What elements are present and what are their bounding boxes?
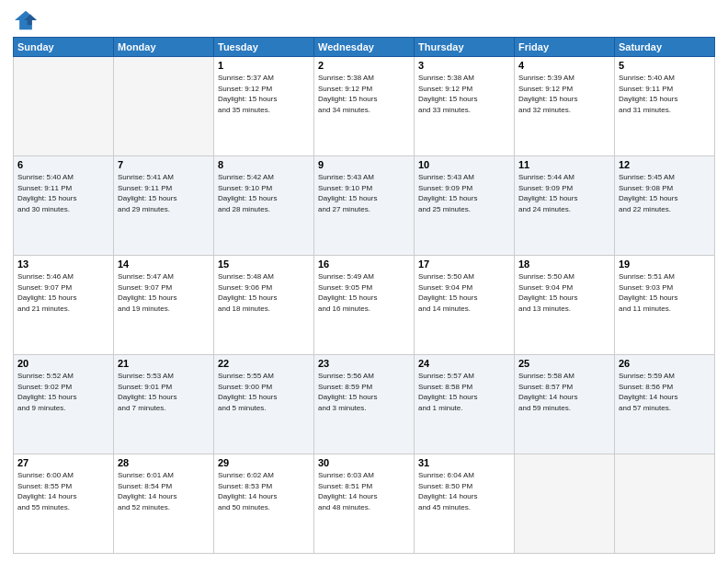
day-number: 4	[518, 60, 610, 71]
calendar-cell: 20Sunrise: 5:52 AM Sunset: 9:02 PM Dayli…	[14, 355, 114, 454]
day-number: 10	[418, 159, 510, 170]
day-number: 29	[218, 457, 310, 468]
day-info: Sunrise: 5:53 AM Sunset: 9:01 PM Dayligh…	[118, 371, 210, 413]
col-header-thursday: Thursday	[415, 38, 515, 57]
calendar-row-3: 20Sunrise: 5:52 AM Sunset: 9:02 PM Dayli…	[14, 355, 715, 454]
day-number: 31	[418, 457, 510, 468]
calendar-cell: 29Sunrise: 6:02 AM Sunset: 8:53 PM Dayli…	[214, 454, 314, 554]
calendar-cell: 8Sunrise: 5:42 AM Sunset: 9:10 PM Daylig…	[214, 156, 314, 256]
calendar-row-2: 13Sunrise: 5:46 AM Sunset: 9:07 PM Dayli…	[14, 256, 715, 355]
header	[13, 9, 715, 31]
day-info: Sunrise: 5:57 AM Sunset: 8:58 PM Dayligh…	[418, 371, 510, 413]
col-header-monday: Monday	[114, 38, 214, 57]
calendar-cell	[14, 57, 114, 156]
col-header-sunday: Sunday	[14, 38, 114, 57]
logo	[13, 9, 42, 31]
day-info: Sunrise: 5:51 AM Sunset: 9:03 PM Dayligh…	[619, 271, 711, 314]
day-info: Sunrise: 5:40 AM Sunset: 9:11 PM Dayligh…	[619, 73, 711, 115]
calendar-cell: 6Sunrise: 5:40 AM Sunset: 9:11 PM Daylig…	[14, 156, 114, 256]
calendar-cell: 10Sunrise: 5:43 AM Sunset: 9:09 PM Dayli…	[415, 156, 515, 256]
day-number: 14	[118, 259, 210, 270]
day-number: 3	[418, 60, 510, 71]
day-number: 28	[118, 457, 210, 468]
calendar-row-4: 27Sunrise: 6:00 AM Sunset: 8:55 PM Dayli…	[14, 454, 715, 554]
day-number: 20	[17, 358, 109, 369]
day-info: Sunrise: 6:04 AM Sunset: 8:50 PM Dayligh…	[418, 470, 510, 512]
calendar-cell: 21Sunrise: 5:53 AM Sunset: 9:01 PM Dayli…	[114, 355, 214, 454]
calendar-cell: 14Sunrise: 5:47 AM Sunset: 9:07 PM Dayli…	[114, 256, 214, 355]
col-header-tuesday: Tuesday	[214, 38, 314, 57]
page: SundayMondayTuesdayWednesdayThursdayFrid…	[0, 0, 728, 563]
day-number: 22	[218, 358, 310, 369]
day-number: 27	[17, 457, 109, 468]
calendar-cell: 15Sunrise: 5:48 AM Sunset: 9:06 PM Dayli…	[214, 256, 314, 355]
day-number: 18	[518, 259, 610, 270]
day-info: Sunrise: 5:46 AM Sunset: 9:07 PM Dayligh…	[17, 271, 109, 314]
col-header-wednesday: Wednesday	[314, 38, 415, 57]
calendar-cell: 9Sunrise: 5:43 AM Sunset: 9:10 PM Daylig…	[314, 156, 415, 256]
day-number: 8	[218, 159, 310, 170]
col-header-friday: Friday	[515, 38, 615, 57]
day-info: Sunrise: 5:40 AM Sunset: 9:11 PM Dayligh…	[17, 172, 109, 214]
day-info: Sunrise: 5:38 AM Sunset: 9:12 PM Dayligh…	[418, 73, 510, 115]
day-number: 19	[619, 259, 711, 270]
day-info: Sunrise: 5:45 AM Sunset: 9:08 PM Dayligh…	[619, 172, 711, 214]
day-number: 5	[619, 60, 711, 71]
calendar-cell	[615, 454, 715, 554]
day-number: 16	[318, 259, 410, 270]
calendar-table: SundayMondayTuesdayWednesdayThursdayFrid…	[13, 37, 715, 554]
calendar-cell: 4Sunrise: 5:39 AM Sunset: 9:12 PM Daylig…	[515, 57, 615, 156]
calendar-cell: 7Sunrise: 5:41 AM Sunset: 9:11 PM Daylig…	[114, 156, 214, 256]
calendar-cell: 18Sunrise: 5:50 AM Sunset: 9:04 PM Dayli…	[515, 256, 615, 355]
day-info: Sunrise: 6:02 AM Sunset: 8:53 PM Dayligh…	[218, 470, 310, 512]
day-info: Sunrise: 5:55 AM Sunset: 9:00 PM Dayligh…	[218, 371, 310, 413]
calendar-cell: 19Sunrise: 5:51 AM Sunset: 9:03 PM Dayli…	[615, 256, 715, 355]
calendar-cell: 25Sunrise: 5:58 AM Sunset: 8:57 PM Dayli…	[515, 355, 615, 454]
day-info: Sunrise: 5:43 AM Sunset: 9:09 PM Dayligh…	[418, 172, 510, 214]
day-info: Sunrise: 5:41 AM Sunset: 9:11 PM Dayligh…	[118, 172, 210, 214]
day-number: 13	[17, 259, 109, 270]
calendar-cell	[515, 454, 615, 554]
day-number: 6	[17, 159, 109, 170]
calendar-cell: 12Sunrise: 5:45 AM Sunset: 9:08 PM Dayli…	[615, 156, 715, 256]
day-number: 26	[619, 358, 711, 369]
day-info: Sunrise: 5:58 AM Sunset: 8:57 PM Dayligh…	[518, 371, 610, 413]
day-info: Sunrise: 6:00 AM Sunset: 8:55 PM Dayligh…	[17, 470, 109, 512]
calendar-cell: 3Sunrise: 5:38 AM Sunset: 9:12 PM Daylig…	[415, 57, 515, 156]
day-number: 7	[118, 159, 210, 170]
day-number: 2	[318, 60, 410, 71]
calendar-cell: 23Sunrise: 5:56 AM Sunset: 8:59 PM Dayli…	[314, 355, 415, 454]
day-info: Sunrise: 5:37 AM Sunset: 9:12 PM Dayligh…	[218, 73, 310, 115]
calendar-cell: 31Sunrise: 6:04 AM Sunset: 8:50 PM Dayli…	[415, 454, 515, 554]
col-header-saturday: Saturday	[615, 38, 715, 57]
day-number: 25	[518, 358, 610, 369]
day-number: 1	[218, 60, 310, 71]
day-info: Sunrise: 5:39 AM Sunset: 9:12 PM Dayligh…	[518, 73, 610, 115]
day-number: 17	[418, 259, 510, 270]
day-number: 9	[318, 159, 410, 170]
calendar-cell: 13Sunrise: 5:46 AM Sunset: 9:07 PM Dayli…	[14, 256, 114, 355]
day-number: 21	[118, 358, 210, 369]
day-number: 11	[518, 159, 610, 170]
day-info: Sunrise: 5:38 AM Sunset: 9:12 PM Dayligh…	[318, 73, 410, 115]
day-info: Sunrise: 5:59 AM Sunset: 8:56 PM Dayligh…	[619, 371, 711, 413]
calendar-cell: 5Sunrise: 5:40 AM Sunset: 9:11 PM Daylig…	[615, 57, 715, 156]
calendar-cell: 27Sunrise: 6:00 AM Sunset: 8:55 PM Dayli…	[14, 454, 114, 554]
calendar-cell: 16Sunrise: 5:49 AM Sunset: 9:05 PM Dayli…	[314, 256, 415, 355]
calendar-cell: 26Sunrise: 5:59 AM Sunset: 8:56 PM Dayli…	[615, 355, 715, 454]
day-info: Sunrise: 5:52 AM Sunset: 9:02 PM Dayligh…	[17, 371, 109, 413]
day-number: 23	[318, 358, 410, 369]
logo-icon	[13, 9, 39, 31]
calendar-row-0: 1Sunrise: 5:37 AM Sunset: 9:12 PM Daylig…	[14, 57, 715, 156]
day-number: 12	[619, 159, 711, 170]
calendar-cell: 11Sunrise: 5:44 AM Sunset: 9:09 PM Dayli…	[515, 156, 615, 256]
day-info: Sunrise: 6:01 AM Sunset: 8:54 PM Dayligh…	[118, 470, 210, 512]
day-info: Sunrise: 5:42 AM Sunset: 9:10 PM Dayligh…	[218, 172, 310, 214]
calendar-cell: 22Sunrise: 5:55 AM Sunset: 9:00 PM Dayli…	[214, 355, 314, 454]
day-info: Sunrise: 5:56 AM Sunset: 8:59 PM Dayligh…	[318, 371, 410, 413]
day-info: Sunrise: 5:50 AM Sunset: 9:04 PM Dayligh…	[518, 271, 610, 314]
calendar-cell: 2Sunrise: 5:38 AM Sunset: 9:12 PM Daylig…	[314, 57, 415, 156]
day-info: Sunrise: 5:50 AM Sunset: 9:04 PM Dayligh…	[418, 271, 510, 314]
day-number: 24	[418, 358, 510, 369]
calendar-cell: 30Sunrise: 6:03 AM Sunset: 8:51 PM Dayli…	[314, 454, 415, 554]
